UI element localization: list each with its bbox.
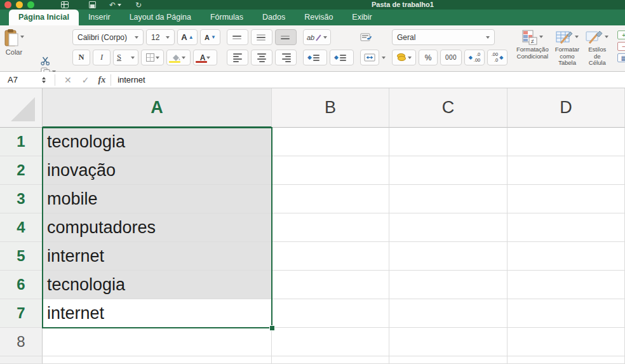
decrease-font-size-button[interactable]: A▼ bbox=[200, 29, 220, 45]
align-right-button[interactable] bbox=[275, 50, 297, 65]
stepper-down-icon[interactable] bbox=[42, 81, 46, 83]
merge-caret-icon[interactable] bbox=[382, 57, 386, 59]
fill-handle[interactable] bbox=[269, 325, 275, 331]
paste-button[interactable]: Colar bbox=[4, 29, 24, 69]
cell-d4[interactable] bbox=[507, 213, 625, 242]
column-header-d[interactable]: D bbox=[507, 88, 625, 128]
row-header-7[interactable]: 7 bbox=[0, 299, 43, 328]
orientation-button[interactable]: ab bbox=[303, 29, 331, 45]
cell-b9[interactable] bbox=[272, 356, 389, 364]
cell-c5[interactable] bbox=[389, 242, 507, 271]
cell-c9[interactable] bbox=[389, 356, 507, 364]
font-size-select[interactable]: 12 bbox=[146, 29, 175, 45]
stepper-up-icon[interactable] bbox=[42, 77, 46, 79]
bold-button[interactable]: N bbox=[72, 50, 90, 65]
tab-revisao[interactable]: Revisão bbox=[295, 10, 342, 25]
cell-d7[interactable] bbox=[507, 299, 625, 328]
cell-b2[interactable] bbox=[272, 156, 389, 185]
row-header-6[interactable]: 6 bbox=[0, 271, 43, 299]
undo-dropdown-caret-icon[interactable] bbox=[118, 4, 121, 6]
column-header-b[interactable]: B bbox=[272, 88, 389, 128]
cell-d9[interactable] bbox=[507, 356, 625, 364]
align-center-button[interactable] bbox=[251, 50, 272, 65]
tab-pagina-inicial[interactable]: Página Inicial bbox=[9, 10, 79, 25]
number-format-select[interactable]: Geral bbox=[392, 29, 495, 45]
row-header-3[interactable]: 3 bbox=[0, 185, 43, 213]
row-header-5[interactable]: 5 bbox=[0, 242, 43, 271]
wrap-text-button[interactable] bbox=[360, 32, 374, 43]
tab-dados[interactable]: Dados bbox=[253, 10, 295, 25]
cell-c2[interactable] bbox=[389, 156, 507, 185]
cell-a2[interactable]: inovação bbox=[43, 156, 272, 185]
cell-b4[interactable] bbox=[272, 213, 389, 242]
formula-input[interactable]: internet bbox=[112, 75, 145, 84]
delete-cells-icon[interactable]: − bbox=[617, 42, 625, 51]
cell-styles-button[interactable]: Estilosde Célula bbox=[586, 29, 608, 69]
row-header-4[interactable]: 4 bbox=[0, 213, 43, 242]
name-box[interactable]: A7 bbox=[0, 72, 42, 88]
decrease-decimal-button[interactable]: .00.0 ◆ bbox=[487, 50, 507, 65]
conditional-formatting-button[interactable]: ≠ FormataçãoCondicional bbox=[516, 29, 549, 69]
cell-c7[interactable] bbox=[389, 299, 507, 328]
cell-a9[interactable] bbox=[43, 356, 272, 364]
align-bottom-button[interactable] bbox=[275, 29, 297, 45]
close-window-button[interactable] bbox=[4, 1, 11, 8]
cell-d5[interactable] bbox=[507, 242, 625, 271]
name-box-stepper[interactable] bbox=[42, 77, 46, 83]
cell-a5[interactable]: internet bbox=[43, 242, 272, 271]
cell-a3[interactable]: mobile bbox=[43, 185, 272, 213]
cell-b3[interactable] bbox=[272, 185, 389, 213]
borders-button[interactable] bbox=[141, 50, 164, 65]
row-header-2[interactable]: 2 bbox=[0, 156, 43, 185]
cancel-icon[interactable]: ✕ bbox=[59, 75, 77, 85]
merge-center-button[interactable] bbox=[360, 50, 379, 65]
cell-c8[interactable] bbox=[389, 328, 507, 356]
cell-b5[interactable] bbox=[272, 242, 389, 271]
workbook-gallery-icon[interactable] bbox=[61, 0, 69, 10]
cell-d8[interactable] bbox=[507, 328, 625, 356]
increase-decimal-button[interactable]: ◆ .0.00 bbox=[464, 50, 485, 65]
row-header-1[interactable]: 1 bbox=[0, 128, 43, 156]
align-left-button[interactable] bbox=[227, 50, 248, 65]
cell-d6[interactable] bbox=[507, 271, 625, 299]
zoom-window-button[interactable] bbox=[27, 1, 34, 8]
align-middle-button[interactable] bbox=[251, 29, 272, 45]
increase-indent-button[interactable]: ◆ bbox=[330, 50, 354, 65]
format-as-table-button[interactable]: Formatarcomo Tabela bbox=[555, 29, 580, 69]
cell-b8[interactable] bbox=[272, 328, 389, 356]
currency-format-button[interactable] bbox=[392, 50, 416, 65]
italic-button[interactable]: I bbox=[93, 50, 111, 65]
save-icon[interactable] bbox=[89, 0, 96, 10]
cell-c6[interactable] bbox=[389, 271, 507, 299]
cell-c1[interactable] bbox=[389, 128, 507, 156]
cell-b7[interactable] bbox=[272, 299, 389, 328]
font-color-button[interactable]: A bbox=[193, 50, 217, 65]
undo-button[interactable]: ↶ bbox=[109, 0, 121, 10]
cut-button[interactable] bbox=[41, 56, 56, 67]
cell-c3[interactable] bbox=[389, 185, 507, 213]
redo-button[interactable]: ↻ bbox=[135, 0, 142, 10]
column-header-a[interactable]: A bbox=[43, 88, 272, 128]
fill-color-button[interactable] bbox=[166, 50, 191, 65]
cell-b1[interactable] bbox=[272, 128, 389, 156]
thousands-format-button[interactable]: 000 bbox=[440, 50, 462, 65]
align-top-button[interactable] bbox=[227, 29, 248, 45]
insert-cells-icon[interactable]: + bbox=[617, 30, 625, 39]
cell-a6[interactable]: tecnologia bbox=[43, 271, 272, 299]
row-header-9[interactable] bbox=[0, 356, 43, 364]
tab-inserir[interactable]: Inserir bbox=[79, 10, 120, 25]
decrease-indent-button[interactable]: ◆ bbox=[303, 50, 327, 65]
cell-b6[interactable] bbox=[272, 271, 389, 299]
cell-d2[interactable] bbox=[507, 156, 625, 185]
select-all-corner[interactable] bbox=[0, 88, 43, 128]
confirm-icon[interactable]: ✓ bbox=[77, 75, 95, 85]
tab-exibir[interactable]: Exibir bbox=[342, 10, 381, 25]
cell-d1[interactable] bbox=[507, 128, 625, 156]
paste-dropdown-caret-icon[interactable] bbox=[20, 36, 24, 38]
format-cells-icon[interactable]: ▦ bbox=[617, 53, 625, 62]
cell-a8[interactable] bbox=[43, 328, 272, 356]
minimize-window-button[interactable] bbox=[16, 1, 23, 8]
tab-formulas[interactable]: Fórmulas bbox=[201, 10, 253, 25]
cell-a7-active[interactable]: internet bbox=[43, 299, 272, 328]
underline-button[interactable]: S bbox=[113, 50, 138, 65]
